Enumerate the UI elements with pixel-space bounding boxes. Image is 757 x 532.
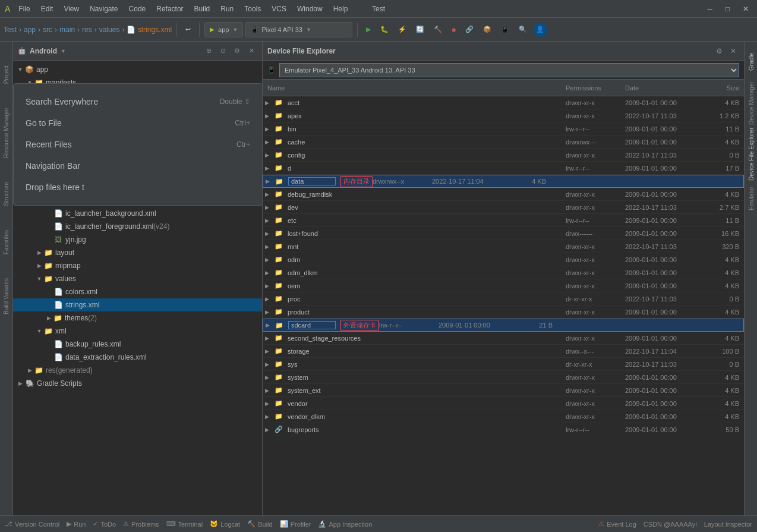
dfe-row[interactable]: ▶📁odmdrwxr-xr-x2009-01-01 00:004 KB [263,253,744,266]
dfe-row[interactable]: ▶📁cachedrwxrwx---2009-01-01 00:004 KB [263,136,744,149]
profiler-btn[interactable]: 📊 Profiler [280,520,311,528]
menu-run[interactable]: Run [216,4,238,14]
tree-item-layout[interactable]: ▶ 📁 layout [13,246,262,259]
dfe-row[interactable]: ▶📁sysdr-xr-xr-x2022-10-17 11:030 B [263,358,744,371]
dfe-row[interactable]: ▶📁sdcard外置储存卡lrw-r--r--2009-01-01 00:002… [263,319,744,332]
dfe-row[interactable]: ▶📁odm_dlkmdrwxr-xr-x2009-01-01 00:004 KB [263,266,744,279]
menu-file[interactable]: File [14,4,34,14]
gradle-tab[interactable]: Gradle [746,44,756,80]
search-toolbar-btn[interactable]: 🔍 [515,21,531,38]
build-bottom-btn[interactable]: 🔨 Build [247,520,272,528]
tree-item-ic-launcher-bg[interactable]: 📄 ic_launcher_background.xml [13,207,262,220]
dfe-row[interactable]: ▶📁binlrw-r--r--2009-01-01 00:0011 B [263,122,744,136]
back-btn[interactable]: ↩ [182,21,194,38]
tree-item-gradle-scripts[interactable]: ▶ 🐘 Gradle Scripts [13,377,262,390]
tree-item-backup-rules[interactable]: 📄 backup_rules.xml [13,338,262,351]
menu-view[interactable]: View [59,4,84,14]
dfe-row[interactable]: ▶🔗bugreportslrw-r--r--2009-01-01 00:0050… [263,423,744,436]
dfe-row[interactable]: ▶📁dlrw-r--r--2009-01-01 00:0017 B [263,162,744,175]
tree-dropdown-arrow[interactable]: ▼ [61,48,66,54]
tree-close-btn[interactable]: ✕ [245,45,257,57]
breadcrumb-values[interactable]: values [99,26,120,34]
close-btn[interactable]: ✕ [739,4,752,14]
dfe-row[interactable]: ▶📁vendor_dlkmdrwxr-xr-x2009-01-01 00:004… [263,410,744,423]
tree-item-xml[interactable]: ▼ 📁 xml [13,325,262,338]
breadcrumb-strings[interactable]: 📄 strings.xml [127,26,172,34]
device-file-explorer-tab[interactable]: Device File Explorer [746,127,756,181]
minimize-btn[interactable]: ─ [704,4,716,14]
tree-item-colors[interactable]: 📄 colors.xml [13,285,262,298]
logcat-btn[interactable]: 🐱 Logcat [210,520,240,528]
tree-scroll-target-btn[interactable]: ⊙ [217,45,229,57]
device-mgr-btn[interactable]: 📱 [497,21,513,38]
project-tab[interactable]: Project [3,65,10,84]
breadcrumb-app[interactable]: app [24,26,36,34]
dfe-row[interactable]: ▶📁second_stage_resourcesdrwxr-xr-x2009-0… [263,332,744,345]
tree-item-yjn[interactable]: 🖼 yjn.jpg [13,233,262,246]
tree-item-data-extraction[interactable]: 📄 data_extraction_rules.xml [13,351,262,364]
dfe-row[interactable]: ▶📁debug_ramdiskdrwxr-xr-x2009-01-01 00:0… [263,188,744,201]
dfe-row[interactable]: ▶📁systemdrwxr-xr-x2009-01-01 00:004 KB [263,371,744,384]
emulator-tab[interactable]: Emulator [746,181,756,216]
tree-item-mipmap[interactable]: ▶ 📁 mipmap [13,259,262,272]
breadcrumb-test[interactable]: Test [4,26,17,34]
recent-files-item[interactable]: Recent Files Ctr+ [23,134,253,155]
tree-item-res-gen[interactable]: ▶ 📁 res (generated) [13,364,262,377]
dfe-settings-btn[interactable]: ⚙ [713,45,725,57]
dfe-close-btn[interactable]: ✕ [727,45,739,57]
menu-help[interactable]: Help [329,4,353,14]
dfe-row[interactable]: ▶📁productdrwxr-xr-x2009-01-01 00:004 KB [263,306,744,319]
dfe-device-select[interactable]: Emulator Pixel_4_API_33 Android 13, API … [279,63,739,77]
resource-manager-tab[interactable]: Resource Manager [3,108,10,158]
menu-navigate[interactable]: Navigate [85,4,122,14]
navigation-bar-item[interactable]: Navigation Bar [23,155,253,177]
dfe-row[interactable]: ▶📁lost+founddrwx------2009-01-01 00:0016… [263,227,744,240]
menu-build[interactable]: Build [190,4,215,14]
sdk-btn[interactable]: 📦 [480,21,495,38]
dfe-row[interactable]: ▶📁oemdrwxr-xr-x2009-01-01 00:004 KB [263,279,744,292]
debug-btn[interactable]: 🐛 [377,21,392,38]
dfe-row[interactable]: ▶📁configdrwxr-xr-x2022-10-17 11:030 B [263,149,744,162]
tree-settings-btn[interactable]: ⚙ [231,45,243,57]
menu-edit[interactable]: Edit [36,4,58,14]
search-everywhere-item[interactable]: Search Everywhere Double ⇧ [23,91,253,112]
breadcrumb-src[interactable]: src [43,26,52,34]
menu-window[interactable]: Window [292,4,327,14]
menu-tools[interactable]: Tools [239,4,266,14]
tree-item-themes[interactable]: ▶ 📁 themes (2) [13,311,262,325]
tree-item-values[interactable]: ▼ 📁 values [13,272,262,285]
app-selector[interactable]: ▶ app ▼ [204,22,243,37]
layout-inspector-btn[interactable]: Layout Inspector [704,520,752,528]
breadcrumb-res[interactable]: res [82,26,92,34]
device-selector[interactable]: 📱 Pixel 4 API 33 ▼ [245,22,352,37]
menu-code[interactable]: Code [124,4,151,14]
dfe-row[interactable]: ▶📁acctdrwxr-xr-x2009-01-01 00:004 KB [263,96,744,109]
build-variants-tab[interactable]: Build Variants [3,278,10,314]
dfe-row[interactable]: ▶📁vendordrwxr-xr-x2009-01-01 00:004 KB [263,397,744,410]
run-bottom-btn[interactable]: ▶ Run [67,520,86,528]
dfe-row[interactable]: ▶📁mntdrwxr-xr-x2022-10-17 11:03320 B [263,240,744,253]
event-log-btn[interactable]: ⚠ Event Log [598,520,636,528]
go-to-file-item[interactable]: Go to File Ctrl+ [23,112,253,134]
device-manager-tab[interactable]: Device Manager [746,80,756,127]
problems-btn[interactable]: ⚠ Problems [123,520,159,528]
attach-btn[interactable]: 🔗 [462,21,477,38]
favorites-tab[interactable]: Favorites [3,230,10,254]
profile-avatar[interactable]: 👤 [533,23,547,37]
dfe-row[interactable]: ▶📁procdr-xr-xr-x2022-10-17 11:030 B [263,292,744,306]
tree-item-ic-launcher-fg[interactable]: 📄 ic_launcher_foreground.xml (v24) [13,220,262,233]
menu-refactor[interactable]: Refactor [152,4,188,14]
sync-btn[interactable]: 🔄 [412,21,428,38]
drop-files-item[interactable]: Drop files here t [23,177,253,198]
tree-item-app[interactable]: ▼ 📦 app [13,63,262,76]
dfe-row[interactable]: ▶📁apexdrwxr-xr-x2022-10-17 11:031.2 KB [263,109,744,122]
dfe-row[interactable]: ▶📁etclrw-r--r--2009-01-01 00:0011 B [263,214,744,227]
version-control-btn[interactable]: ⎇ Version Control [5,520,59,528]
tree-collapse-all-btn[interactable]: ⊕ [203,45,215,57]
menu-vcs[interactable]: VCS [267,4,291,14]
maximize-btn[interactable]: □ [722,4,733,14]
app-inspection-btn[interactable]: 🔬 App Inspection [318,520,372,528]
tree-item-strings[interactable]: 📄 strings.xml [13,298,262,311]
dfe-row[interactable]: ▶📁devdrwxr-xr-x2022-10-17 11:032.7 KB [263,201,744,214]
terminal-btn[interactable]: ⌨ Terminal [166,520,203,528]
